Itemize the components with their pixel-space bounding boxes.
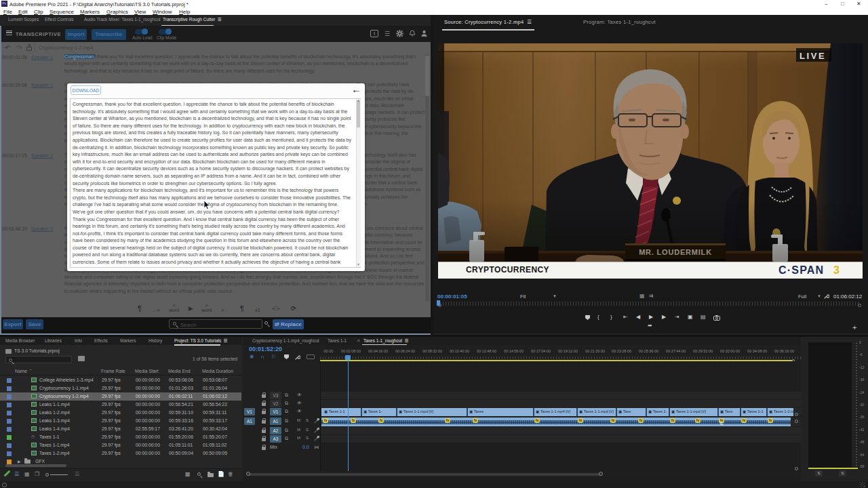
svg-text:3: 3 (833, 264, 840, 276)
svg-text:CRYPTOCURRENCY: CRYPTOCURRENCY (466, 265, 549, 274)
svg-text:C·SPAN: C·SPAN (778, 264, 824, 276)
